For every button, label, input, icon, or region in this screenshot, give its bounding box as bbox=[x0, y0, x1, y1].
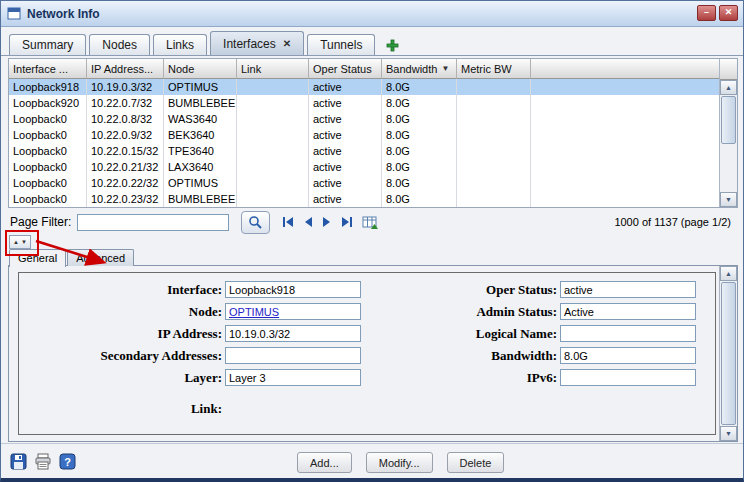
node-field[interactable]: OPTIMUS bbox=[225, 303, 361, 320]
first-page-icon bbox=[282, 216, 295, 228]
tab-label: Tunnels bbox=[320, 38, 362, 52]
column-header-metric-bw[interactable]: Metric BW bbox=[457, 59, 531, 79]
table-cell: OPTIMUS bbox=[164, 79, 237, 95]
print-button[interactable] bbox=[34, 453, 52, 470]
table-cell: LAX3640 bbox=[164, 159, 237, 175]
secondary-addresses-field[interactable] bbox=[225, 347, 361, 364]
scroll-up-button[interactable]: ▲ bbox=[720, 266, 737, 281]
tab-interfaces[interactable]: Interfaces ✕ bbox=[210, 31, 304, 55]
ipv6-label: IPv6: bbox=[354, 370, 559, 386]
table-cell bbox=[531, 175, 719, 191]
table-cell: TPE3640 bbox=[164, 143, 237, 159]
table-cell bbox=[457, 143, 531, 159]
table-row[interactable]: Loopback918 10.19.0.3/32 OPTIMUS active … bbox=[9, 79, 719, 95]
table-cell: 8.0G bbox=[382, 127, 457, 143]
add-button[interactable]: Add... bbox=[297, 452, 352, 473]
logical-name-field[interactable] bbox=[560, 325, 696, 342]
previous-page-icon bbox=[304, 216, 313, 228]
bandwidth-field[interactable]: 8.0G bbox=[560, 347, 696, 364]
table-cell: BUMBLEBEE bbox=[164, 191, 237, 207]
next-page-button[interactable] bbox=[322, 216, 331, 228]
minimize-button[interactable]: – bbox=[697, 5, 716, 21]
column-header-ip-address[interactable]: IP Address... bbox=[87, 59, 164, 79]
tab-tunnels[interactable]: Tunnels bbox=[307, 34, 375, 55]
tab-label: Summary bbox=[22, 38, 73, 52]
table-cell bbox=[237, 95, 309, 111]
table-row[interactable]: Loopback0 10.22.0.23/32 BUMBLEBEE active… bbox=[9, 191, 719, 207]
table-row[interactable]: Loopback0 10.22.0.15/32 TPE3640 active 8… bbox=[9, 143, 719, 159]
printer-icon bbox=[34, 453, 52, 470]
table-cell: 10.22.0.15/32 bbox=[87, 143, 164, 159]
page-filter-input[interactable] bbox=[77, 214, 229, 231]
table-cell: Loopback0 bbox=[9, 143, 87, 159]
column-header-interface[interactable]: Interface ... bbox=[9, 59, 87, 79]
search-button[interactable] bbox=[241, 211, 270, 234]
column-header-link[interactable]: Link bbox=[237, 59, 309, 79]
misc-label: Misc: bbox=[19, 432, 224, 435]
admin-status-field[interactable]: Active bbox=[560, 303, 696, 320]
table-cell bbox=[237, 143, 309, 159]
page-filter-label: Page Filter: bbox=[10, 215, 71, 229]
column-header-bandwidth[interactable]: Bandwidth▼ bbox=[382, 59, 457, 79]
node-link[interactable]: OPTIMUS bbox=[229, 306, 279, 318]
table-row[interactable]: Loopback0 10.22.0.8/32 WAS3640 active 8.… bbox=[9, 111, 719, 127]
scroll-down-button[interactable]: ▼ bbox=[720, 192, 737, 207]
add-tab-button[interactable] bbox=[383, 35, 401, 55]
scroll-down-button[interactable]: ▼ bbox=[720, 426, 737, 441]
column-header-oper-status[interactable]: Oper Status bbox=[309, 59, 382, 79]
last-page-button[interactable] bbox=[340, 216, 353, 228]
table-cell: 8.0G bbox=[382, 95, 457, 111]
table-cell bbox=[457, 95, 531, 111]
first-page-button[interactable] bbox=[282, 216, 295, 228]
ip-address-field[interactable]: 10.19.0.3/32 bbox=[225, 325, 361, 342]
oper-status-label: Oper Status: bbox=[354, 282, 559, 298]
save-button[interactable] bbox=[10, 453, 27, 470]
table-cell: BEK3640 bbox=[164, 127, 237, 143]
column-header-node[interactable]: Node bbox=[164, 59, 237, 79]
goto-page-button[interactable] bbox=[362, 215, 379, 230]
interface-field[interactable]: Loopback918 bbox=[225, 281, 361, 298]
interfaces-table: Interface ... IP Address... Node Link Op… bbox=[8, 58, 738, 208]
close-button[interactable]: ✕ bbox=[719, 5, 738, 21]
tab-label: Links bbox=[166, 38, 194, 52]
close-tab-icon[interactable]: ✕ bbox=[283, 38, 291, 49]
table-vertical-scrollbar[interactable]: ▲ ▼ bbox=[719, 59, 737, 207]
scrollbar-track[interactable] bbox=[720, 281, 737, 426]
table-row[interactable]: Loopback0 10.22.0.21/32 LAX3640 active 8… bbox=[9, 159, 719, 175]
table-cell: 8.0G bbox=[382, 111, 457, 127]
tab-summary[interactable]: Summary bbox=[9, 34, 86, 55]
layer-field[interactable]: Layer 3 bbox=[225, 369, 361, 386]
window-title: Network Info bbox=[27, 7, 100, 21]
table-cell bbox=[237, 127, 309, 143]
detail-vertical-scrollbar[interactable]: ▲ ▼ bbox=[719, 266, 737, 441]
table-row[interactable]: Loopback0 10.22.0.9/32 BEK3640 active 8.… bbox=[9, 127, 719, 143]
help-button[interactable]: ? bbox=[59, 453, 76, 470]
table-row[interactable]: Loopback0 10.22.0.22/32 OPTIMUS active 8… bbox=[9, 175, 719, 191]
previous-page-button[interactable] bbox=[304, 216, 313, 228]
table-cell: 8.0G bbox=[382, 143, 457, 159]
table-cell: active bbox=[309, 143, 382, 159]
table-cell: 10.22.0.9/32 bbox=[87, 127, 164, 143]
scroll-up-button[interactable]: ▲ bbox=[720, 80, 737, 95]
tab-links[interactable]: Links bbox=[153, 34, 207, 55]
scrollbar-track[interactable] bbox=[720, 95, 737, 192]
delete-button[interactable]: Delete bbox=[447, 452, 505, 473]
table-cell bbox=[457, 79, 531, 95]
tab-nodes[interactable]: Nodes bbox=[89, 34, 150, 55]
table-cell bbox=[237, 175, 309, 191]
node-label: Node: bbox=[19, 304, 224, 320]
modify-button[interactable]: Modify... bbox=[366, 452, 433, 473]
oper-status-field[interactable]: active bbox=[560, 281, 696, 298]
table-cell: Loopback0 bbox=[9, 175, 87, 191]
table-cell: active bbox=[309, 111, 382, 127]
table-cell: active bbox=[309, 175, 382, 191]
detail-panel: Interface: Loopback918 Node: OPTIMUS IP … bbox=[8, 265, 738, 442]
tab-label: Nodes bbox=[102, 38, 137, 52]
scrollbar-thumb[interactable] bbox=[721, 96, 736, 144]
table-header: Interface ... IP Address... Node Link Op… bbox=[9, 59, 719, 79]
ipv6-field[interactable] bbox=[560, 369, 696, 386]
scrollbar-thumb[interactable] bbox=[721, 282, 736, 425]
table-cell: BUMBLEBEE bbox=[164, 95, 237, 111]
table-row[interactable]: Loopback920 10.22.0.7/32 BUMBLEBEE activ… bbox=[9, 95, 719, 111]
title-bar[interactable]: Network Info – ✕ bbox=[1, 1, 743, 27]
